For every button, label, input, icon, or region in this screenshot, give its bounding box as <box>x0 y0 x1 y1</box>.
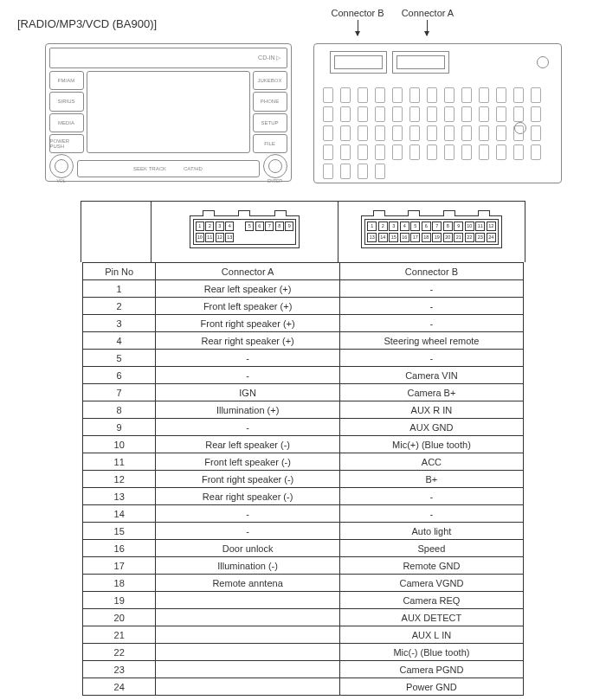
cell-pin: 20 <box>83 609 156 626</box>
pin-cell: 19 <box>432 233 442 242</box>
pin-cell: 8 <box>443 222 453 231</box>
cell-connector-a: Front left speaker (-) <box>156 453 339 471</box>
pin-cell: 2 <box>205 222 214 231</box>
header-connector-b: Connector B <box>339 263 523 280</box>
pin-cell: 9 <box>285 222 293 231</box>
table-row: 11Front left speaker (-)ACC <box>83 453 524 471</box>
pin-cell: 8 <box>275 222 284 231</box>
pin-cell: 24 <box>487 233 496 242</box>
table-row: 13Rear right speaker (-)- <box>83 488 524 505</box>
phone-button: PHONE <box>253 92 287 111</box>
pin-cell <box>235 233 244 242</box>
cell-connector-a: - <box>156 419 339 436</box>
cell-connector-a: - <box>156 505 339 523</box>
pin-cell <box>255 233 264 242</box>
header-connector-a: Connector A <box>156 263 339 280</box>
cell-connector-a: Front right speaker (+) <box>156 315 339 332</box>
antenna-jack <box>537 56 549 68</box>
pin-cell: 4 <box>225 222 234 231</box>
pin-cell: 1 <box>196 222 204 231</box>
media-button: MEDIA <box>49 113 84 132</box>
bottom-bar: SEEK TRACK CAT/HD <box>77 160 260 177</box>
unit-illustrations: CD-IN ▷ FM/AM SIRIUS MEDIA POWER PUSH JU… <box>17 43 589 183</box>
cell-connector-b: B+ <box>339 471 523 488</box>
table-row: 19Camera REQ <box>83 592 524 609</box>
enter-label: ENTER <box>263 178 287 183</box>
cell-connector-b: Speed <box>339 540 523 557</box>
seek-label: SEEK TRACK <box>133 166 166 171</box>
cell-connector-a: IGN <box>156 384 339 401</box>
cell-connector-a: Front left speaker (+) <box>156 298 339 315</box>
cell-pin: 7 <box>83 384 156 401</box>
pin-cell: 21 <box>454 233 463 242</box>
table-row: 15-Auto light <box>83 523 524 540</box>
table-row: 24Power GND <box>83 678 524 696</box>
pin-cell: 3 <box>389 222 398 231</box>
connector-diagrams: 12345678910111213 1234567891011121314151… <box>17 201 589 262</box>
arrow-down-icon <box>358 20 358 35</box>
cell-connector-a <box>156 609 339 626</box>
display-screen <box>87 71 250 153</box>
tune-knob <box>263 154 287 178</box>
pin-cell: 18 <box>422 233 431 242</box>
cell-connector-b: AUX R IN <box>339 401 523 419</box>
cell-connector-b: - <box>339 488 523 505</box>
pin-cell: 20 <box>443 233 453 242</box>
cell-pin: 1 <box>83 280 156 298</box>
pin-cell <box>275 233 284 242</box>
pin-cell: 1 <box>367 222 377 231</box>
cell-connector-a: Front right speaker (-) <box>156 471 339 488</box>
cell-connector-b: Camera B+ <box>339 384 523 401</box>
cell-connector-b: Auto light <box>339 523 523 540</box>
table-row: 3Front right speaker (+)- <box>83 315 524 332</box>
table-row: 5-- <box>83 350 524 367</box>
cell-connector-a: Illumination (+) <box>156 401 339 419</box>
table-header-row: Pin No Connector A Connector B <box>83 263 524 280</box>
pinout-table: Pin No Connector A Connector B 1Rear lef… <box>82 262 524 696</box>
cell-connector-b: - <box>339 280 523 298</box>
cell-connector-b: Mic(-) (Blue tooth) <box>339 644 523 661</box>
cell-connector-b: AUX L IN <box>339 626 523 644</box>
pin-cell <box>245 233 254 242</box>
cell-connector-b: Camera VGND <box>339 575 523 592</box>
cell-connector-a <box>156 644 339 661</box>
power-button: POWER PUSH <box>49 134 84 153</box>
cell-connector-a: Remote anntena <box>156 575 339 592</box>
pin-cell: 6 <box>422 222 431 231</box>
jukebox-button: JUKEBOX <box>253 71 287 90</box>
volume-knob <box>49 154 74 178</box>
cell-pin: 14 <box>83 505 156 523</box>
cell-connector-b: AUX GND <box>339 419 523 436</box>
cd-slot: CD-IN ▷ <box>49 48 287 68</box>
cell-connector-b: ACC <box>339 453 523 471</box>
pin-cell: 11 <box>205 233 214 242</box>
connector-a-diagram: 12345678910111213 <box>190 215 300 248</box>
cell-connector-b: - <box>339 315 523 332</box>
pin-cell: 7 <box>432 222 442 231</box>
pin-cell: 12 <box>487 222 496 231</box>
cell-connector-b: Steering wheel remote <box>339 332 523 350</box>
cell-connector-b: - <box>339 505 523 523</box>
heatsink-fins <box>323 87 552 174</box>
back-connector-b <box>330 51 387 74</box>
back-connector-a <box>392 51 449 74</box>
cell-pin: 6 <box>83 367 156 384</box>
vol-label: VOL <box>49 178 74 183</box>
cell-pin: 12 <box>83 471 156 488</box>
pin-cell: 22 <box>465 233 474 242</box>
cell-connector-b: Mic(+) (Blue tooth) <box>339 436 523 453</box>
cell-pin: 11 <box>83 453 156 471</box>
cell-pin: 19 <box>83 592 156 609</box>
cell-pin: 22 <box>83 644 156 661</box>
pin-cell: 15 <box>389 233 398 242</box>
cell-connector-a <box>156 661 339 678</box>
connector-b-label: Connector B <box>332 8 384 35</box>
file-button: FILE <box>253 134 287 153</box>
pin-cell <box>265 233 274 242</box>
cell-connector-b: AUX DETECT <box>339 609 523 626</box>
table-row: 16Door unlockSpeed <box>83 540 524 557</box>
table-row: 20AUX DETECT <box>83 609 524 626</box>
cell-pin: 3 <box>83 315 156 332</box>
pin-cell: 12 <box>216 233 224 242</box>
pin-cell: 6 <box>255 222 264 231</box>
